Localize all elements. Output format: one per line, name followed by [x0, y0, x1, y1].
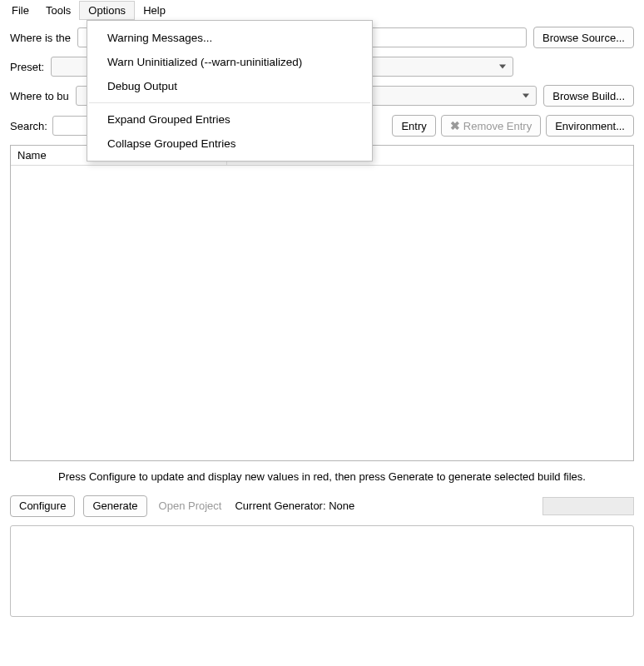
- generate-button[interactable]: Generate: [83, 495, 146, 517]
- remove-entry-label: Remove Entry: [463, 120, 532, 132]
- label-build: Where to bu: [10, 90, 69, 102]
- bottom-row: Configure Generate Open Project Current …: [0, 492, 644, 525]
- menuitem-debug-output[interactable]: Debug Output: [87, 74, 372, 98]
- menu-separator: [89, 102, 370, 103]
- environment-button[interactable]: Environment...: [546, 115, 634, 137]
- hint-text: Press Configure to update and display ne…: [0, 461, 644, 492]
- menuitem-expand-grouped[interactable]: Expand Grouped Entries: [87, 107, 372, 132]
- menuitem-warn-uninitialized[interactable]: Warn Uninitialized (--warn-uninitialized…: [87, 50, 372, 74]
- label-search: Search:: [10, 120, 47, 132]
- open-project-button: Open Project: [156, 500, 225, 512]
- menu-tools[interactable]: Tools: [37, 2, 79, 19]
- menuitem-warning-messages[interactable]: Warning Messages...: [87, 26, 372, 50]
- menu-help[interactable]: Help: [135, 2, 174, 19]
- cache-table[interactable]: Name Value: [10, 145, 634, 461]
- browse-source-button[interactable]: Browse Source...: [533, 27, 634, 48]
- remove-entry-button[interactable]: ✖ Remove Entry: [441, 115, 541, 137]
- add-entry-button[interactable]: Entry: [392, 115, 435, 137]
- menubar: File Tools Options Help: [0, 0, 644, 20]
- options-dropdown: Warning Messages... Warn Uninitialized (…: [87, 20, 373, 162]
- browse-build-button[interactable]: Browse Build...: [543, 85, 634, 107]
- current-generator-label: Current Generator: None: [235, 500, 354, 512]
- menu-file[interactable]: File: [3, 2, 37, 19]
- menuitem-collapse-grouped[interactable]: Collapse Grouped Entries: [87, 132, 372, 156]
- configure-button[interactable]: Configure: [10, 495, 75, 517]
- label-source: Where is the: [10, 32, 71, 44]
- label-preset: Preset:: [10, 61, 44, 73]
- menu-options[interactable]: Options: [79, 1, 135, 20]
- remove-icon: ✖: [450, 119, 460, 132]
- output-log[interactable]: [10, 525, 634, 617]
- progress-bar: [542, 497, 634, 515]
